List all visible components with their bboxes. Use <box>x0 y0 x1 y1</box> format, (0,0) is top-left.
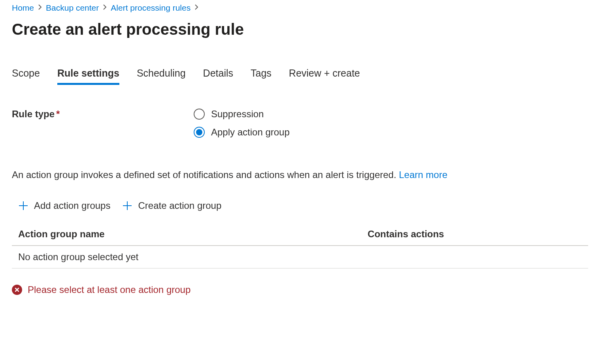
radio-icon <box>194 127 205 138</box>
tab-details[interactable]: Details <box>203 66 233 85</box>
breadcrumb-home[interactable]: Home <box>12 3 34 13</box>
action-group-description: An action group invokes a defined set of… <box>12 169 588 180</box>
rule-type-row: Rule type* Suppression Apply action grou… <box>12 109 588 138</box>
chevron-right-icon <box>38 4 42 11</box>
tab-review-create[interactable]: Review + create <box>289 66 360 85</box>
button-label: Create action group <box>138 200 221 211</box>
table-header: Action group name Contains actions <box>12 223 588 246</box>
chevron-right-icon <box>103 4 107 11</box>
radio-label: Suppression <box>211 109 264 120</box>
rule-type-options: Suppression Apply action group <box>194 109 290 138</box>
tab-rule-settings[interactable]: Rule settings <box>57 66 119 85</box>
radio-label: Apply action group <box>211 127 290 138</box>
breadcrumb-backup-center[interactable]: Backup center <box>46 3 99 13</box>
error-message: Please select at least one action group <box>28 284 191 295</box>
action-groups-table: Action group name Contains actions No ac… <box>12 223 588 268</box>
radio-suppression[interactable]: Suppression <box>194 109 290 120</box>
plus-icon <box>122 201 132 211</box>
tab-scope[interactable]: Scope <box>12 66 40 85</box>
breadcrumb-alert-processing-rules[interactable]: Alert processing rules <box>111 3 191 13</box>
learn-more-link[interactable]: Learn more <box>399 169 447 180</box>
chevron-right-icon <box>194 4 198 11</box>
rule-type-label: Rule type* <box>12 109 194 120</box>
tab-tags[interactable]: Tags <box>251 66 272 85</box>
add-action-groups-button[interactable]: Add action groups <box>18 200 110 211</box>
error-icon <box>12 285 22 295</box>
button-label: Add action groups <box>34 200 110 211</box>
plus-icon <box>18 201 28 211</box>
required-asterisk: * <box>56 109 60 119</box>
column-contains-actions: Contains actions <box>368 229 582 240</box>
tabs: Scope Rule settings Scheduling Details T… <box>12 66 588 85</box>
tab-scheduling[interactable]: Scheduling <box>137 66 186 85</box>
table-row: No action group selected yet <box>12 246 588 268</box>
radio-apply-action-group[interactable]: Apply action group <box>194 127 290 138</box>
breadcrumb: Home Backup center Alert processing rule… <box>12 3 588 13</box>
radio-icon <box>194 109 205 120</box>
column-action-group-name: Action group name <box>18 229 368 240</box>
create-action-group-button[interactable]: Create action group <box>122 200 221 211</box>
validation-error: Please select at least one action group <box>12 284 588 295</box>
action-buttons: Add action groups Create action group <box>12 200 588 211</box>
empty-state-text: No action group selected yet <box>18 251 368 263</box>
page-title: Create an alert processing rule <box>12 21 588 38</box>
